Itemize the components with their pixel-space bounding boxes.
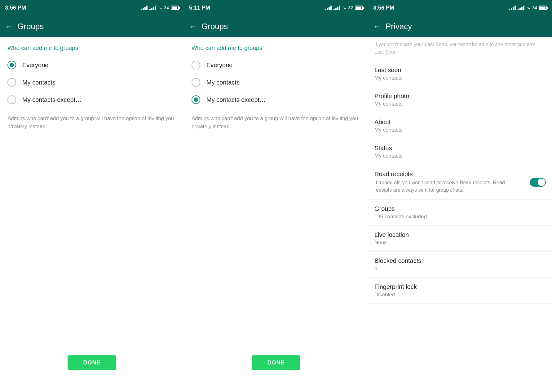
- about-title: About: [374, 119, 546, 126]
- livelocation-title: Live location: [374, 231, 546, 238]
- radio-circle-except-1[interactable]: [7, 95, 16, 104]
- radio-circle-except-2[interactable]: [192, 95, 200, 104]
- fingerprintlock-value: Disabled: [374, 292, 546, 298]
- privacy-item-status[interactable]: Status My contacts: [368, 139, 552, 165]
- status-title: Status: [374, 145, 546, 152]
- panel-privacy: 3:56 PM ∿ 34 ← Privacy If you don't shar…: [368, 0, 552, 392]
- radio-label-except-1: My contacts except…: [22, 96, 82, 103]
- section-heading-1: Who can add me to groups: [0, 37, 184, 56]
- back-button-2[interactable]: ←: [189, 22, 197, 31]
- time-2: 5:11 PM: [189, 5, 210, 11]
- radio-circle-everyone-1[interactable]: [7, 61, 16, 69]
- groups-value: 195 contacts excluded: [374, 214, 546, 220]
- signal-icon-2: [325, 5, 332, 10]
- wifi-icon-3: ∿: [526, 5, 530, 11]
- battery-icon-2: [355, 6, 363, 10]
- signal-icon-3b: [518, 5, 524, 10]
- profilephoto-value: My contacts: [374, 101, 546, 107]
- radio-everyone-1[interactable]: Everyone: [0, 56, 184, 74]
- top-bar-2: ← Groups: [184, 15, 368, 37]
- lastseen-value: My contacts: [374, 75, 546, 81]
- signal-icon-1b: [149, 5, 156, 10]
- status-icons-3: ∿ 34: [509, 5, 547, 11]
- readreceipts-toggle[interactable]: [530, 178, 546, 187]
- info-text-2: Admins who can't add you to a group will…: [184, 108, 368, 137]
- done-button-1[interactable]: DONE: [68, 355, 116, 370]
- battery-icon-1: [171, 6, 179, 10]
- livelocation-value: None: [374, 240, 546, 246]
- privacy-item-readreceipts[interactable]: Read receipts If turned off, you won't s…: [368, 165, 552, 200]
- status-icons-1: ∿ 34: [141, 5, 179, 11]
- status-icons-2: ∿ 32: [325, 5, 363, 11]
- radio-label-mycontacts-2: My contacts: [206, 79, 240, 86]
- info-text-1: Admins who can't add you to a group will…: [0, 108, 184, 137]
- panel-groups-everyone: 3:56 PM ∿ 34 ← Groups Who can add me to …: [0, 0, 184, 392]
- privacy-item-fingerprintlock[interactable]: Fingerprint lock Disabled: [368, 278, 552, 304]
- signal-icon-2b: [333, 5, 340, 10]
- panel-content-2: Who can add me to groups Everyone My con…: [184, 37, 368, 392]
- battery-num-3: 34: [532, 5, 537, 10]
- privacy-content: If you don't share your Last Seen, you w…: [368, 37, 552, 392]
- signal-icon-3: [509, 5, 516, 10]
- panel-groups-except: 5:11 PM ∿ 32 ← Groups Who can add me to …: [184, 0, 368, 392]
- signal-icon-1: [141, 5, 148, 10]
- privacy-item-profilephoto[interactable]: Profile photo My contacts: [368, 87, 552, 113]
- status-bar-3: 3:56 PM ∿ 34: [368, 0, 552, 15]
- radio-label-everyone-2: Everyone: [206, 62, 233, 69]
- radio-mycontactsexcept-1[interactable]: My contacts except…: [0, 91, 184, 108]
- screen-title-1: Groups: [17, 22, 44, 31]
- section-heading-2: Who can add me to groups: [184, 37, 368, 56]
- battery-icon-3: [539, 6, 547, 10]
- blockedcontacts-value: 6: [374, 266, 546, 272]
- lastseen-title: Last seen: [374, 67, 546, 74]
- readreceipts-left: Read receipts If turned off, you won't s…: [374, 171, 514, 194]
- radio-mycontacts-1[interactable]: My contacts: [0, 74, 184, 91]
- fingerprintlock-title: Fingerprint lock: [374, 283, 546, 290]
- radio-circle-everyone-2[interactable]: [192, 61, 200, 69]
- screen-title-2: Groups: [201, 22, 228, 31]
- about-value: My contacts: [374, 127, 546, 133]
- radio-mycontacts-2[interactable]: My contacts: [184, 74, 368, 91]
- groups-title: Groups: [374, 205, 546, 212]
- panel-content-1: Who can add me to groups Everyone My con…: [0, 37, 184, 392]
- back-button-1[interactable]: ←: [5, 22, 12, 31]
- profilephoto-title: Profile photo: [374, 93, 546, 100]
- status-value: My contacts: [374, 153, 546, 159]
- top-bar-3: ← Privacy: [368, 15, 552, 37]
- radio-everyone-2[interactable]: Everyone: [184, 56, 368, 74]
- readreceipts-desc: If turned off, you won't send or receive…: [374, 179, 514, 194]
- screen-title-3: Privacy: [386, 22, 412, 31]
- blockedcontacts-title: Blocked contacts: [374, 257, 546, 264]
- privacy-item-livelocation[interactable]: Live location None: [368, 226, 552, 252]
- privacy-item-blockedcontacts[interactable]: Blocked contacts 6: [368, 252, 552, 278]
- radio-label-everyone-1: Everyone: [22, 62, 49, 69]
- time-1: 3:56 PM: [5, 5, 26, 11]
- battery-num-1: 34: [164, 5, 169, 10]
- privacy-item-about[interactable]: About My contacts: [368, 113, 552, 139]
- privacy-item-groups[interactable]: Groups 195 contacts excluded: [368, 200, 552, 226]
- done-button-2[interactable]: DONE: [252, 355, 300, 370]
- readreceipts-title: Read receipts: [374, 171, 514, 178]
- radio-circle-mycontacts-2[interactable]: [192, 78, 200, 87]
- top-bar-1: ← Groups: [0, 15, 184, 37]
- wifi-icon-2: ∿: [342, 5, 346, 11]
- radio-circle-mycontacts-1[interactable]: [7, 78, 16, 87]
- battery-num-2: 32: [348, 5, 353, 10]
- privacy-header-desc: If you don't share your Last Seen, you w…: [368, 37, 552, 61]
- privacy-item-lastseen[interactable]: Last seen My contacts: [368, 61, 552, 87]
- done-btn-container-1: DONE: [0, 352, 184, 373]
- status-bar-2: 5:11 PM ∿ 32: [184, 0, 368, 15]
- time-3: 3:56 PM: [373, 5, 394, 11]
- radio-label-except-2: My contacts except…: [206, 96, 266, 103]
- radio-mycontactsexcept-2[interactable]: My contacts except…: [184, 91, 368, 108]
- back-button-3[interactable]: ←: [373, 22, 381, 31]
- done-btn-container-2: DONE: [184, 352, 368, 373]
- status-bar-1: 3:56 PM ∿ 34: [0, 0, 184, 15]
- wifi-icon-1: ∿: [158, 5, 162, 11]
- radio-label-mycontacts-1: My contacts: [22, 79, 55, 86]
